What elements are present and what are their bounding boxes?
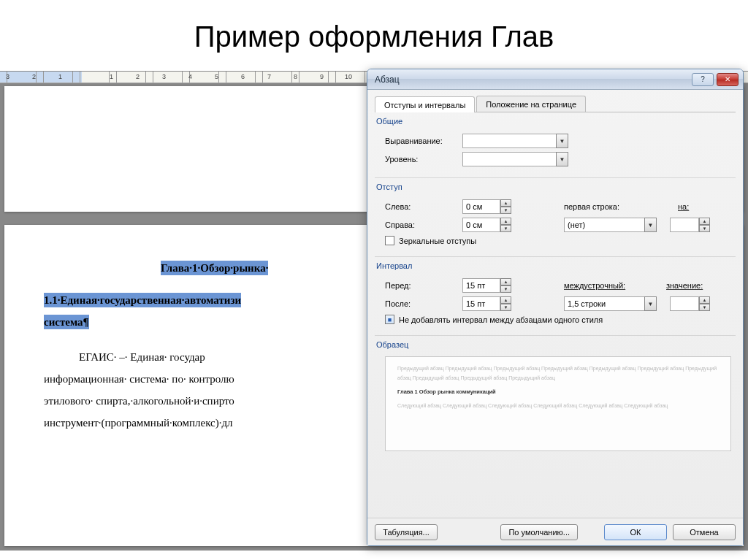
label-nospace: Не добавлять интервал между абзацами одн… — [399, 315, 603, 324]
spin-down-icon[interactable]: ▼ — [699, 225, 710, 232]
label-before: Перед: — [385, 281, 458, 290]
firstline-select[interactable] — [564, 218, 644, 232]
ruler-mark: 10 — [345, 73, 352, 80]
spin-up-icon[interactable]: ▲ — [500, 296, 511, 304]
ruler-mark: 2 — [136, 73, 140, 80]
label-value: значение: — [666, 281, 703, 290]
label-after: После: — [385, 299, 458, 308]
ruler-mark: 6 — [241, 73, 245, 80]
ruler-mark: 8 — [294, 73, 297, 80]
doc-line: ЕГАИС· –· Единая· государ — [79, 351, 205, 363]
spin-down-icon[interactable]: ▼ — [500, 285, 511, 293]
ruler-mark: 4 — [188, 73, 192, 80]
label-right: Справа: — [385, 220, 458, 229]
alignment-select[interactable] — [462, 134, 556, 148]
ruler-mark: 7 — [267, 73, 271, 80]
label-linespacing: междустрочный: — [564, 281, 644, 290]
firstline-dropdown-icon[interactable]: ▼ — [644, 218, 657, 232]
label-level: Уровень: — [385, 155, 458, 164]
label-mirror: Зеркальные отступы — [399, 237, 476, 245]
indent-left-input[interactable] — [462, 199, 500, 214]
cancel-button[interactable]: Отмена — [673, 524, 736, 540]
spin-down-icon[interactable]: ▼ — [500, 225, 511, 232]
level-select[interactable] — [462, 152, 556, 166]
alignment-dropdown-icon[interactable]: ▼ — [556, 134, 568, 148]
close-button[interactable]: ✕ — [717, 73, 739, 86]
label-alignment: Выравнивание: — [385, 137, 458, 145]
linespacing-dropdown-icon[interactable]: ▼ — [644, 296, 657, 311]
spin-up-icon[interactable]: ▲ — [699, 218, 710, 225]
ruler-mark: 3 — [162, 73, 166, 80]
default-button[interactable]: По умолчанию... — [500, 524, 578, 540]
space-before-input[interactable] — [462, 278, 500, 293]
group-general-title: Общие — [376, 117, 736, 126]
dialog-titlebar[interactable]: Абзац ? ✕ — [367, 69, 743, 90]
preview-sample-text: Глава 1 Обзор рынка коммуникаций — [397, 387, 719, 397]
paragraph-dialog: Абзац ? ✕ Отступы и интервалы Положение … — [367, 69, 744, 546]
doc-subheading[interactable]: 1.1·Единая·государственная·автоматизи — [44, 293, 241, 307]
group-indent-title: Отступ — [376, 183, 736, 191]
group-sample-title: Образец — [376, 340, 736, 349]
tab-indents[interactable]: Отступы и интервалы — [375, 96, 475, 112]
preview-greek: Следующий абзац Следующий абзац Следующи… — [397, 402, 719, 411]
tab-position[interactable]: Положение на странице — [476, 96, 586, 112]
label-left: Слева: — [385, 202, 458, 211]
help-button[interactable]: ? — [692, 73, 714, 86]
spin-up-icon[interactable]: ▲ — [500, 218, 511, 225]
dialog-tabs: Отступы и интервалы Положение на страниц… — [375, 96, 736, 112]
ok-button[interactable]: ОК — [604, 524, 667, 540]
dialog-title: Абзац — [375, 74, 692, 85]
spin-down-icon[interactable]: ▼ — [500, 304, 511, 311]
ruler-mark: 9 — [320, 73, 324, 80]
preview-greek: Предыдущий абзац Предыдущий абзац Предыд… — [397, 364, 719, 383]
mirror-indents-checkbox[interactable] — [385, 236, 394, 245]
nospace-checkbox[interactable]: ■ — [385, 315, 394, 324]
spin-up-icon[interactable]: ▲ — [500, 278, 511, 285]
spin-up-icon[interactable]: ▲ — [500, 199, 511, 207]
indent-right-input[interactable] — [462, 218, 500, 232]
preview-box: Предыдущий абзац Предыдущий абзац Предыд… — [385, 356, 731, 451]
doc-chapter-title[interactable]: Глава·1·Обзор·рынка· — [161, 261, 268, 275]
firstline-by-input[interactable] — [670, 218, 699, 232]
ruler-mark: 5 — [215, 73, 218, 80]
label-by: на: — [678, 202, 689, 211]
linespacing-value-input[interactable] — [670, 296, 699, 311]
tabs-button[interactable]: Табуляция... — [375, 524, 438, 540]
dialog-footer: Табуляция... По умолчанию... ОК Отмена — [367, 518, 743, 545]
group-interval-title: Интервал — [376, 261, 736, 270]
label-firstline: первая строка: — [564, 202, 644, 211]
doc-subheading-2[interactable]: система¶ — [44, 315, 89, 329]
space-after-input[interactable] — [462, 296, 500, 311]
spin-up-icon[interactable]: ▲ — [699, 296, 710, 304]
spin-down-icon[interactable]: ▼ — [500, 207, 511, 214]
ruler-mark: 2 — [32, 73, 36, 80]
spin-down-icon[interactable]: ▼ — [699, 304, 710, 311]
ruler-mark: 3 — [6, 73, 9, 80]
ruler-mark: 1 — [58, 73, 62, 80]
linespacing-select[interactable] — [564, 296, 644, 311]
slide-title: Пример оформления Глав — [0, 0, 748, 71]
ruler-mark: 1 — [110, 73, 113, 80]
level-dropdown-icon[interactable]: ▼ — [556, 152, 568, 166]
